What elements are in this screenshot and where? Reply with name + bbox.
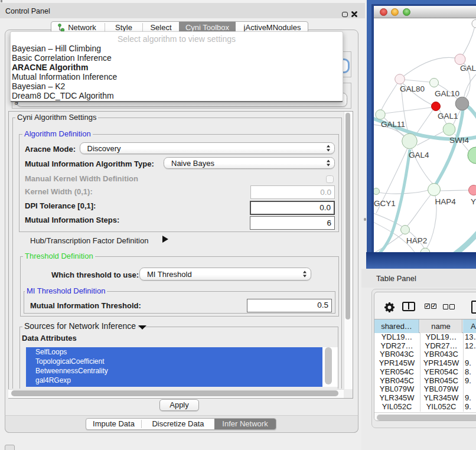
svg-text:GAL80: GAL80 xyxy=(400,84,425,93)
svg-text:HAP2: HAP2 xyxy=(406,236,427,245)
svg-text:GAL10: GAL10 xyxy=(435,89,459,98)
svg-text:GAL4: GAL4 xyxy=(409,151,429,159)
svg-text:SWI4: SWI4 xyxy=(449,136,469,145)
svg-text:Y: Y xyxy=(471,197,476,206)
svg-text:GAL1: GAL1 xyxy=(438,112,458,120)
svg-text:GAL11: GAL11 xyxy=(381,120,405,129)
svg-text:GCY1: GCY1 xyxy=(374,199,396,208)
svg-text:GAL7: GAL7 xyxy=(460,64,476,73)
svg-text:HAP4: HAP4 xyxy=(435,197,457,206)
